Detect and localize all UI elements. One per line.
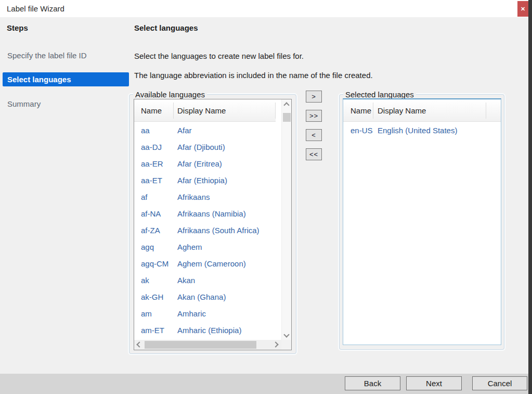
sidebar-item-summary[interactable]: Summary: [7, 99, 41, 109]
cell-language-display-name: Afar (Ethiopia): [177, 172, 227, 189]
selected-language-rows: en-US English (United States): [343, 122, 501, 139]
cell-language-code: aa-ER: [141, 156, 163, 172]
sidebar-item-specify-label-file-id[interactable]: Specify the label file ID: [7, 51, 87, 60]
instruction-line-2: The language abbreviation is included in…: [134, 71, 373, 80]
vertical-scrollbar[interactable]: [281, 99, 291, 340]
selected-languages-group: Selected languages Name Display Name en-…: [339, 94, 504, 350]
cell-language-display-name: Afrikaans (Namibia): [177, 206, 246, 222]
cell-language-code: af-NA: [141, 206, 161, 222]
language-row[interactable]: en-US English (United States): [343, 122, 501, 139]
scroll-up-arrow-icon[interactable]: [283, 102, 289, 108]
cell-language-display-name: Afrikaans: [177, 189, 210, 206]
cell-language-code: agq: [141, 239, 154, 256]
cell-language-code: ak: [141, 272, 149, 289]
cancel-button[interactable]: Cancel: [472, 376, 527, 390]
cell-language-display-name: Akan: [177, 272, 195, 289]
column-header-name[interactable]: Name: [351, 99, 371, 122]
next-button[interactable]: Next: [406, 376, 462, 390]
horizontal-scrollbar-thumb[interactable]: [145, 341, 256, 349]
scrollbar-corner: [281, 340, 291, 350]
horizontal-scrollbar[interactable]: [134, 340, 281, 350]
label-file-wizard-window: Label file Wizard ✕ Steps Specify the la…: [0, 0, 532, 394]
vertical-scrollbar-thumb[interactable]: [283, 113, 291, 122]
cell-language-code: ak-GH: [141, 289, 163, 306]
available-language-rows: aa Afar aa-DJ Afar (Djibouti) aa-ER Afar…: [134, 122, 291, 339]
language-row[interactable]: ak Akan: [134, 272, 291, 289]
instruction-line-1: Select the languages to create new label…: [134, 52, 304, 60]
cell-language-code: af: [141, 189, 148, 206]
available-languages-list: Name Display Name aa Afar aa-DJ Afar (Dj…: [134, 99, 292, 350]
column-header-name[interactable]: Name: [141, 99, 162, 122]
scroll-right-arrow-icon[interactable]: [273, 341, 278, 347]
move-all-right-button[interactable]: >>: [306, 110, 322, 122]
cell-language-code: af-ZA: [141, 222, 160, 239]
available-languages-group-label: Available languages: [133, 90, 207, 99]
window-right-edge: [528, 0, 532, 394]
steps-header: Steps: [7, 23, 28, 32]
title-bar: Label file Wizard: [0, 0, 532, 17]
language-row[interactable]: am-ET Amharic (Ethiopia): [134, 322, 291, 339]
cell-language-code: agq-CM: [141, 256, 168, 272]
cell-language-display-name: Afar (Djibouti): [177, 139, 225, 156]
language-row[interactable]: aa-DJ Afar (Djibouti): [134, 139, 291, 156]
cell-language-code: aa-DJ: [141, 139, 162, 156]
cell-language-display-name: Afar (Eritrea): [177, 156, 222, 172]
language-row[interactable]: agq-CM Aghem (Cameroon): [134, 256, 291, 272]
column-divider: [373, 103, 373, 119]
language-row[interactable]: agq Aghem: [134, 239, 291, 256]
cell-language-code: am-ET: [141, 322, 164, 339]
page-title: Select languages: [134, 23, 198, 32]
language-row[interactable]: af Afrikaans: [134, 189, 291, 206]
available-languages-group: Available languages Name Display Name aa…: [129, 94, 296, 354]
cell-language-display-name: Akan (Ghana): [177, 289, 226, 306]
footer-bar: Back Next Cancel: [0, 374, 528, 394]
language-row[interactable]: af-NA Afrikaans (Namibia): [134, 206, 291, 222]
cell-language-code: en-US: [351, 122, 373, 139]
scroll-left-arrow-icon[interactable]: [136, 341, 142, 347]
language-row[interactable]: ak-GH Akan (Ghana): [134, 289, 291, 306]
language-row[interactable]: am Amharic: [134, 306, 291, 322]
language-row[interactable]: aa-ER Afar (Eritrea): [134, 156, 291, 172]
language-row[interactable]: aa-ET Afar (Ethiopia): [134, 172, 291, 189]
sidebar-item-select-languages[interactable]: Select languages: [3, 72, 129, 86]
language-row[interactable]: aa Afar: [134, 122, 291, 139]
move-all-left-button[interactable]: <<: [306, 148, 322, 160]
column-divider: [486, 103, 486, 119]
cell-language-code: aa: [141, 122, 150, 139]
move-left-button[interactable]: <: [306, 129, 322, 141]
move-right-button[interactable]: >: [306, 91, 322, 103]
cell-language-display-name: Afar: [177, 122, 192, 139]
cell-language-code: am: [141, 306, 152, 322]
cell-language-display-name: Afrikaans (South Africa): [177, 222, 259, 239]
cell-language-display-name: English (United States): [378, 122, 457, 139]
cell-language-code: aa-ET: [141, 172, 162, 189]
cell-language-display-name: Amharic: [177, 306, 206, 322]
column-divider: [275, 103, 276, 119]
language-row[interactable]: af-ZA Afrikaans (South Africa): [134, 222, 291, 239]
cell-language-display-name: Aghem (Cameroon): [177, 256, 246, 272]
close-button[interactable]: ✕: [517, 1, 528, 17]
cell-language-display-name: Amharic (Ethiopia): [177, 322, 241, 339]
close-icon: ✕: [521, 6, 525, 12]
back-button[interactable]: Back: [345, 376, 400, 390]
cell-language-display-name: Aghem: [177, 239, 202, 256]
column-header-display-name[interactable]: Display Name: [378, 99, 426, 122]
selected-languages-list: Name Display Name en-US English (United …: [343, 98, 501, 345]
column-divider: [173, 103, 174, 119]
selected-list-header: Name Display Name: [343, 99, 501, 122]
scroll-down-arrow-icon[interactable]: [283, 332, 289, 337]
column-header-display-name[interactable]: Display Name: [177, 99, 226, 122]
available-list-header: Name Display Name: [134, 99, 276, 122]
window-title: Label file Wizard: [7, 0, 64, 17]
